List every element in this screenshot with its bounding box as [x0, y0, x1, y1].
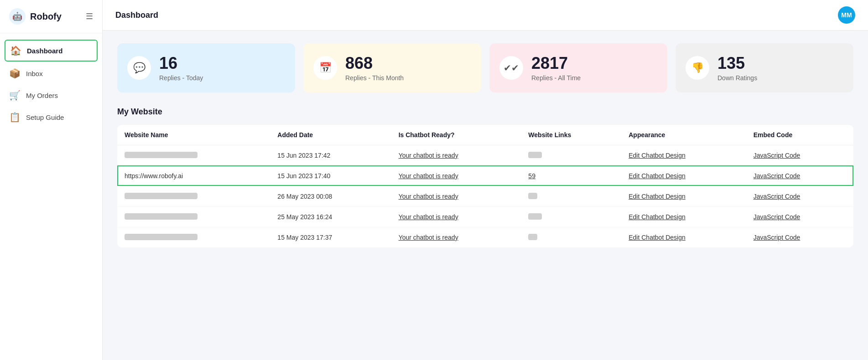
- inbox-icon: 📦: [9, 68, 21, 79]
- stat-card-down-ratings: 👎 135 Down Ratings: [676, 43, 853, 93]
- down-ratings-label: Down Ratings: [717, 74, 757, 82]
- col-added-date: Added Date: [270, 125, 391, 145]
- chatbot-ready-status[interactable]: Your chatbot is ready: [391, 206, 521, 227]
- chatbot-ready-status[interactable]: Your chatbot is ready: [391, 165, 521, 186]
- app-name: Robofy: [30, 11, 62, 22]
- hamburger-icon[interactable]: ☰: [86, 11, 93, 21]
- main-content: Dashboard MM 💬 16 Replies - Today 📅 868 …: [103, 0, 868, 360]
- table-header: Website Name Added Date Is Chatbot Ready…: [117, 125, 853, 145]
- chatbot-ready-status[interactable]: Your chatbot is ready: [391, 145, 521, 165]
- website-url: https://example4.com: [117, 206, 270, 227]
- website-url: https://example5.com: [117, 227, 270, 247]
- appearance-link[interactable]: Edit Chatbot Design: [621, 227, 746, 247]
- appearance-link[interactable]: Edit Chatbot Design: [621, 206, 746, 227]
- sidebar-item-label: Dashboard: [27, 47, 62, 55]
- website-links-count: [521, 206, 621, 227]
- website-url: https://example1.com: [117, 145, 270, 165]
- appearance-link[interactable]: Edit Chatbot Design: [621, 186, 746, 206]
- table-row: https://example3.com 26 May 2023 00:08 Y…: [117, 186, 853, 206]
- appearance-link[interactable]: Edit Chatbot Design: [621, 145, 746, 165]
- replies-today-icon: 💬: [127, 56, 151, 80]
- table-row: https://www.robofy.ai 15 Jun 2023 17:40 …: [117, 165, 853, 186]
- sidebar: 🤖 Robofy ☰ 🏠 Dashboard 📦 Inbox 🛒 My Orde…: [0, 0, 103, 360]
- replies-month-icon: 📅: [313, 56, 337, 80]
- section-title: My Website: [117, 107, 853, 117]
- replies-today-label: Replies - Today: [159, 74, 203, 82]
- replies-month-label: Replies - This Month: [345, 74, 404, 82]
- website-links-count: [521, 227, 621, 247]
- logo-icon: 🤖: [9, 8, 26, 25]
- website-url: https://example3.com: [117, 186, 270, 206]
- added-date: 15 Jun 2023 17:42: [270, 145, 391, 165]
- col-chatbot-ready: Is Chatbot Ready?: [391, 125, 521, 145]
- avatar[interactable]: MM: [838, 6, 855, 24]
- appearance-link[interactable]: Edit Chatbot Design: [621, 165, 746, 186]
- embed-code-link[interactable]: JavaScript Code: [746, 145, 853, 165]
- added-date: 25 May 2023 16:24: [270, 206, 391, 227]
- sidebar-item-my-orders[interactable]: 🛒 My Orders: [0, 84, 102, 106]
- stat-card-replies-alltime: ✔✔ 2817 Replies - All Time: [489, 43, 667, 93]
- stats-row: 💬 16 Replies - Today 📅 868 Replies - Thi…: [117, 43, 853, 93]
- replies-month-number: 868: [345, 54, 404, 72]
- embed-code-link[interactable]: JavaScript Code: [746, 186, 853, 206]
- page-title: Dashboard: [115, 10, 158, 20]
- setup-icon: 📋: [9, 112, 21, 123]
- sidebar-item-inbox[interactable]: 📦 Inbox: [0, 62, 102, 84]
- added-date: 15 May 2023 17:37: [270, 227, 391, 247]
- my-website-section: My Website Website Name Added Date Is Ch…: [117, 107, 853, 247]
- embed-code-link[interactable]: JavaScript Code: [746, 227, 853, 247]
- content-area: 💬 16 Replies - Today 📅 868 Replies - Thi…: [103, 31, 868, 360]
- table-row: https://example1.com 15 Jun 2023 17:42 Y…: [117, 145, 853, 165]
- sidebar-item-dashboard[interactable]: 🏠 Dashboard: [5, 40, 98, 62]
- stat-card-replies-today: 💬 16 Replies - Today: [117, 43, 295, 93]
- embed-code-link[interactable]: JavaScript Code: [746, 206, 853, 227]
- table-row: https://example4.com 25 May 2023 16:24 Y…: [117, 206, 853, 227]
- replies-alltime-label: Replies - All Time: [531, 74, 581, 82]
- websites-table: Website Name Added Date Is Chatbot Ready…: [117, 125, 853, 247]
- replies-alltime-number: 2817: [531, 54, 581, 72]
- replies-alltime-icon: ✔✔: [499, 56, 523, 80]
- table-row: https://example5.com 15 May 2023 17:37 Y…: [117, 227, 853, 247]
- col-embed-code: Embed Code: [746, 125, 853, 145]
- home-icon: 🏠: [10, 45, 21, 56]
- website-links-count: [521, 145, 621, 165]
- added-date: 15 Jun 2023 17:40: [270, 165, 391, 186]
- chatbot-ready-status[interactable]: Your chatbot is ready: [391, 186, 521, 206]
- sidebar-item-setup-guide[interactable]: 📋 Setup Guide: [0, 106, 102, 128]
- sidebar-item-label: Setup Guide: [26, 113, 64, 121]
- col-website-links: Website Links: [521, 125, 621, 145]
- table-body: https://example1.com 15 Jun 2023 17:42 Y…: [117, 145, 853, 247]
- orders-icon: 🛒: [9, 90, 21, 101]
- embed-code-link[interactable]: JavaScript Code: [746, 165, 853, 186]
- websites-table-container: Website Name Added Date Is Chatbot Ready…: [117, 125, 853, 247]
- chatbot-ready-status[interactable]: Your chatbot is ready: [391, 227, 521, 247]
- down-ratings-number: 135: [717, 54, 757, 72]
- down-ratings-icon: 👎: [686, 56, 709, 80]
- website-url: https://www.robofy.ai: [117, 165, 270, 186]
- sidebar-item-label: My Orders: [26, 92, 58, 99]
- col-appearance: Appearance: [621, 125, 746, 145]
- website-links-count: [521, 186, 621, 206]
- sidebar-logo: 🤖 Robofy ☰: [0, 0, 102, 33]
- website-links-count[interactable]: 59: [521, 165, 621, 186]
- col-website-name: Website Name: [117, 125, 270, 145]
- replies-today-number: 16: [159, 54, 203, 72]
- added-date: 26 May 2023 00:08: [270, 186, 391, 206]
- sidebar-item-label: Inbox: [26, 70, 43, 77]
- topbar: Dashboard MM: [103, 0, 868, 31]
- sidebar-nav: 🏠 Dashboard 📦 Inbox 🛒 My Orders 📋 Setup …: [0, 33, 102, 134]
- stat-card-replies-month: 📅 868 Replies - This Month: [303, 43, 481, 93]
